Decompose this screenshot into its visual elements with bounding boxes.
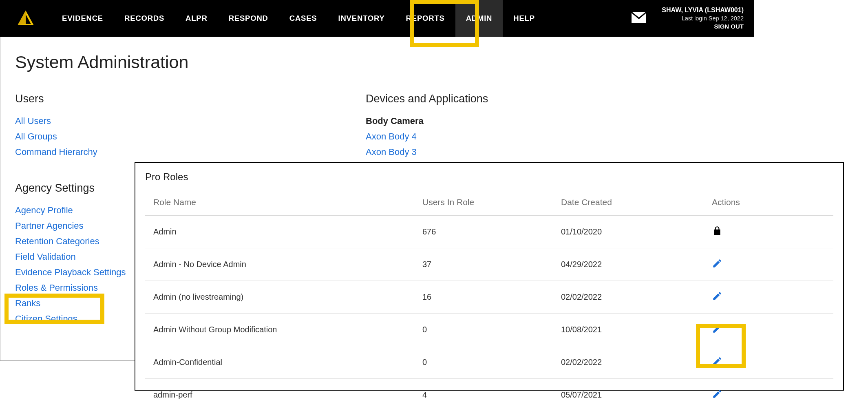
role-name: Admin-Confidential	[145, 346, 414, 379]
mail-icon[interactable]	[632, 12, 646, 24]
col-role-name: Role Name	[145, 191, 414, 216]
table-row: Admin - No Device Admin3704/29/2022	[145, 248, 833, 281]
nav-item-help[interactable]: HELP	[503, 0, 546, 37]
edit-icon[interactable]	[712, 392, 722, 400]
col-date-created: Date Created	[553, 191, 691, 216]
role-action[interactable]	[691, 281, 833, 314]
role-name: Admin	[145, 216, 414, 248]
nav-item-evidence[interactable]: EVIDENCE	[51, 0, 114, 37]
role-date: 04/29/2022	[553, 248, 691, 281]
svg-marker-2	[18, 11, 26, 25]
role-action[interactable]	[691, 346, 833, 379]
edit-icon[interactable]	[712, 359, 722, 368]
lock-icon	[712, 229, 722, 238]
role-users: 0	[414, 346, 553, 379]
role-users: 16	[414, 281, 553, 314]
table-row: Admin67601/10/2020	[145, 216, 833, 248]
pro-roles-title: Pro Roles	[145, 171, 833, 183]
sign-out-link[interactable]: SIGN OUT	[662, 22, 744, 31]
user-name: SHAW, LYVIA (LSHAW001)	[662, 6, 744, 15]
logo[interactable]	[16, 9, 35, 28]
section-devices-title: Devices and Applications	[366, 93, 716, 105]
devices-link-axon-body-3[interactable]: Axon Body 3	[366, 147, 716, 157]
role-date: 05/07/2021	[553, 379, 691, 400]
role-action	[691, 216, 833, 248]
edit-icon[interactable]	[712, 261, 722, 270]
nav-item-alpr[interactable]: ALPR	[175, 0, 218, 37]
role-name: Admin (no livestreaming)	[145, 281, 414, 314]
users-link-all-groups[interactable]: All Groups	[15, 131, 366, 142]
role-date: 10/08/2021	[553, 314, 691, 346]
table-row: Admin-Confidential002/02/2022	[145, 346, 833, 379]
nav-item-records[interactable]: RECORDS	[114, 0, 175, 37]
table-row: Admin (no livestreaming)1602/02/2022	[145, 281, 833, 314]
role-users: 4	[414, 379, 553, 400]
role-users: 0	[414, 314, 553, 346]
role-name: admin-perf	[145, 379, 414, 400]
role-action[interactable]	[691, 314, 833, 346]
role-users: 676	[414, 216, 553, 248]
nav-right: SHAW, LYVIA (LSHAW001) Last login Sep 12…	[632, 6, 754, 31]
devices-sub-title: Body Camera	[366, 116, 716, 126]
nav-item-inventory[interactable]: INVENTORY	[328, 0, 395, 37]
role-action[interactable]	[691, 248, 833, 281]
role-users: 37	[414, 248, 553, 281]
nav-item-respond[interactable]: RESPOND	[218, 0, 279, 37]
user-block: SHAW, LYVIA (LSHAW001) Last login Sep 12…	[662, 6, 744, 31]
nav-items: EVIDENCERECORDSALPRRESPONDCASESINVENTORY…	[51, 0, 546, 37]
edit-icon[interactable]	[712, 294, 722, 303]
role-name: Admin - No Device Admin	[145, 248, 414, 281]
col-actions: Actions	[691, 191, 833, 216]
role-action[interactable]	[691, 379, 833, 400]
users-link-all-users[interactable]: All Users	[15, 116, 366, 126]
section-users-title: Users	[15, 93, 366, 105]
nav-item-cases[interactable]: CASES	[279, 0, 328, 37]
nav-item-admin[interactable]: ADMIN	[455, 0, 503, 37]
table-row: admin-perf405/07/2021	[145, 379, 833, 400]
last-login: Last login Sep 12, 2022	[662, 15, 744, 23]
table-row: Admin Without Group Modification010/08/2…	[145, 314, 833, 346]
nav-item-reports[interactable]: REPORTS	[395, 0, 455, 37]
role-name: Admin Without Group Modification	[145, 314, 414, 346]
role-date: 02/02/2022	[553, 281, 691, 314]
edit-icon[interactable]	[712, 327, 722, 336]
top-nav: EVIDENCERECORDSALPRRESPONDCASESINVENTORY…	[0, 0, 754, 37]
page-title: System Administration	[15, 52, 739, 72]
role-date: 01/10/2020	[553, 216, 691, 248]
col-users-in-role: Users In Role	[414, 191, 553, 216]
users-link-command-hierarchy[interactable]: Command Hierarchy	[15, 147, 366, 157]
pro-roles-panel: Pro Roles Role NameUsers In RoleDate Cre…	[135, 162, 844, 391]
pro-roles-table: Role NameUsers In RoleDate CreatedAction…	[145, 191, 833, 400]
role-date: 02/02/2022	[553, 346, 691, 379]
devices-link-axon-body-4[interactable]: Axon Body 4	[366, 131, 716, 142]
